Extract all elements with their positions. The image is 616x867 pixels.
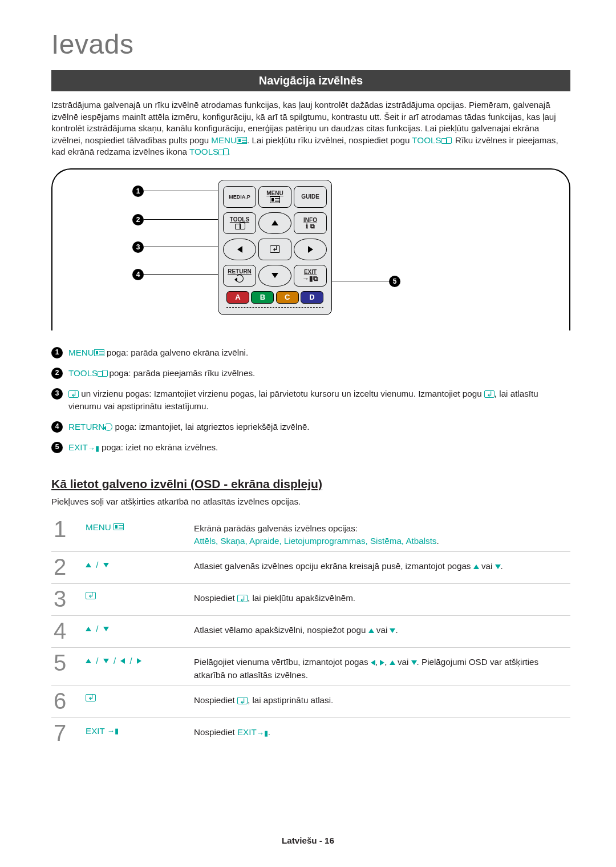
down-arrow-icon (495, 564, 501, 569)
legend-item-3: 3 un virzienu pogas: Izmantojiet virzien… (51, 388, 570, 413)
callout-line (144, 219, 224, 220)
step-number: 1 (51, 518, 86, 541)
left-arrow-icon (371, 660, 375, 666)
step-text-highlight: EXIT (237, 727, 257, 737)
step-text: . (436, 536, 439, 546)
step-key: MENU (86, 518, 194, 532)
callout-line (144, 274, 224, 275)
step-row-5: 5 / / / Pielāgojiet vienuma vērtību, izm… (51, 647, 570, 685)
step-text-highlight: Attēls, Skaņa, Apraide, Lietojumprogramm… (194, 536, 436, 546)
up-arrow-icon (390, 660, 395, 665)
step-text: , lai piekļūtu apakšizvēlnēm. (248, 593, 355, 603)
step-text: vai (374, 625, 390, 635)
footer-language: Latviešu (282, 836, 317, 845)
step-row-6: 6 Nospiediet , lai apstiprinātu atlasi. (51, 685, 570, 717)
step-key (86, 587, 194, 599)
step-key-label: EXIT (86, 726, 105, 736)
info-label: INFO (303, 217, 317, 223)
footer-page-number: 16 (325, 836, 334, 845)
menu-button: MENU (258, 186, 291, 208)
osd-heading: Kā lietot galveno izvēlni (OSD - ekrāna … (51, 477, 570, 491)
step-row-4: 4 / Atlasiet vēlamo apakšizvēlni, nospie… (51, 615, 570, 647)
step-number: 5 (51, 651, 86, 674)
remote-diagram-frame: 1 2 3 4 5 MEDIA.P MENU GUIDE TOOLS INFOℹ… (51, 168, 570, 330)
page-footer: Latviešu - 16 (0, 836, 616, 845)
right-arrow-icon (137, 658, 141, 664)
return-label: RETURN (228, 268, 252, 275)
step-key: / / / (86, 651, 194, 666)
left-arrow-icon (120, 658, 125, 664)
step-number: 7 (51, 721, 86, 744)
menu-icon (94, 349, 104, 356)
tools-icon (441, 137, 451, 144)
step-text: Nospiediet (194, 727, 237, 737)
step-description: Ekrānā parādās galvenās izvēlnes opcijas… (194, 518, 570, 549)
legend-list: 1 MENU poga: parāda galveno ekrāna izvēl… (51, 346, 570, 454)
info-button: INFOℹ ⧉ (294, 212, 327, 234)
up-arrow-icon (271, 220, 278, 225)
up-arrow-icon (368, 628, 374, 633)
tools-keyword: TOOLS (189, 147, 218, 156)
step-text: Atlasiet vēlamo apakšizvēlni, nospiežot … (194, 625, 368, 635)
step-text: vai (479, 561, 495, 571)
right-button (294, 239, 327, 260)
mediap-button: MEDIA.P (223, 186, 256, 208)
down-arrow-icon (390, 628, 395, 633)
step-text: Atlasiet galvenās izvēlnes opciju ekrāna… (194, 561, 473, 571)
step-text: Nospiediet (194, 593, 237, 603)
guide-button: GUIDE (294, 186, 327, 208)
tools-icon (235, 223, 244, 229)
menu-icon (237, 137, 247, 144)
step-row-3: 3 Nospiediet , lai piekļūtu apakšizvēlnē… (51, 583, 570, 615)
step-text: . (501, 561, 503, 571)
step-number: 2 (51, 555, 86, 578)
legend-text: poga: parāda galveno ekrāna izvēlni. (104, 348, 248, 357)
up-button (258, 212, 291, 234)
section-heading: Navigācija izvēlnēs (51, 70, 570, 91)
legend-key: RETURN (68, 422, 104, 432)
legend-item-5: 5 EXIT→▮ poga: iziet no ekrāna izvēlnes. (51, 441, 570, 454)
step-text: Pielāgojiet vienuma vērtību, izmantojot … (194, 657, 371, 667)
legend-number: 5 (51, 442, 63, 453)
step-text: Nospiediet (194, 695, 237, 705)
callout-4: 4 (132, 269, 144, 280)
exit-button: EXIT→▮⧉ (294, 265, 327, 287)
down-arrow-icon (103, 627, 109, 631)
step-key: / (86, 555, 194, 570)
step-text: vai (395, 657, 411, 667)
legend-text: poga: parāda pieejamās rīku izvēlnes. (107, 368, 255, 378)
remote-control: MEDIA.P MENU GUIDE TOOLS INFOℹ ⧉ RETURN … (218, 180, 332, 315)
legend-item-2: 2 TOOLS poga: parāda pieejamās rīku izvē… (51, 367, 570, 380)
exit-icon: →▮ (88, 443, 99, 454)
callout-3: 3 (132, 241, 144, 253)
step-text: . (268, 727, 270, 737)
legend-text: un virzienu pogas: Izmantojiet virzienu … (79, 389, 484, 398)
callout-1: 1 (132, 186, 144, 197)
enter-button (258, 239, 291, 260)
down-arrow-icon (103, 563, 109, 567)
legend-number: 3 (51, 388, 63, 400)
return-button: RETURN (223, 265, 256, 287)
legend-number: 4 (51, 421, 63, 433)
step-description: Pielāgojiet vienuma vērtību, izmantojot … (194, 651, 570, 682)
color-a-button: A (226, 291, 249, 304)
callout-5: 5 (389, 276, 400, 287)
enter-icon (484, 390, 495, 398)
step-row-2: 2 / Atlasiet galvenās izvēlnes opciju ek… (51, 551, 570, 583)
tools-icon (218, 148, 228, 155)
intro-text: . Lai piekļūtu rīku izvēlnei, nospiediet… (247, 135, 412, 145)
exit-icon: →▮ (257, 728, 268, 739)
step-description: Nospiediet EXIT→▮. (194, 721, 570, 739)
down-button (258, 265, 291, 287)
color-c-button: C (276, 291, 299, 304)
legend-key: MENU (68, 348, 94, 357)
info-icon: ℹ ⧉ (306, 223, 314, 229)
step-text: . (395, 625, 398, 635)
step-description: Atlasiet galvenās izvēlnes opciju ekrāna… (194, 555, 570, 573)
tools-icon (98, 370, 107, 377)
step-number: 3 (51, 587, 86, 610)
legend-item-4: 4 RETURN poga: izmantojiet, lai atgriezt… (51, 421, 570, 433)
enter-icon (270, 245, 280, 253)
up-arrow-icon (86, 627, 91, 631)
tools-button: TOOLS (223, 212, 256, 234)
